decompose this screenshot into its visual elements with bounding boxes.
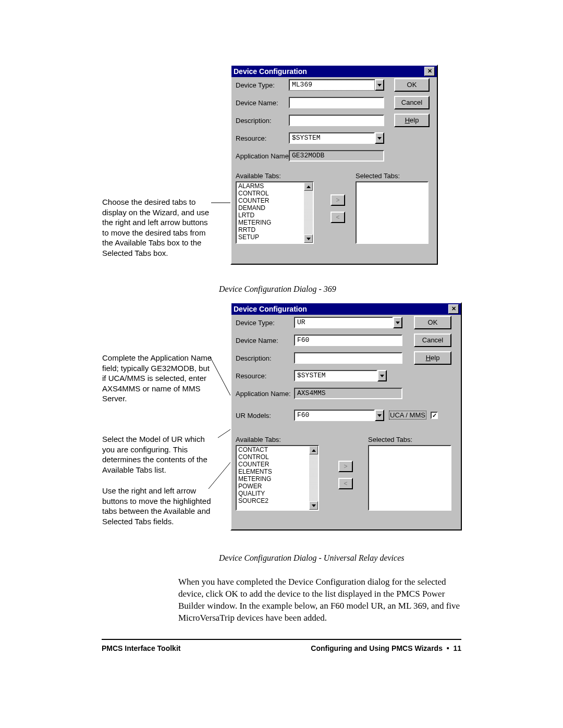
footer-section: Configuring and Using PMCS Wizards [311,644,443,652]
device-config-dialog-369: Device Configuration ✕ Device Type: Devi… [230,65,438,265]
label-device-type: Device Type: [236,81,275,89]
scroll-track[interactable] [304,191,313,235]
available-tabs-list[interactable]: ALARMS CONTROL COUNTER DEMAND LRTD METER… [236,181,314,244]
list-item[interactable]: ELEMENTS [237,468,318,475]
label-uca-mms: UCA / MMS [389,411,426,419]
ur-models-dropdown-icon[interactable] [375,410,384,421]
description-input[interactable] [289,115,384,126]
ur-models-select[interactable]: F60 [294,410,375,421]
footer-page-number: 11 [453,644,461,652]
available-tabs-list[interactable]: CONTACT CONTROL COUNTER ELEMENTS METERIN… [236,445,319,511]
list-item[interactable]: SOURCE2 [237,497,318,504]
move-right-button[interactable]: > [338,461,353,472]
list-item[interactable]: SETUP [237,233,313,241]
close-icon[interactable]: ✕ [424,67,435,76]
annotation-app-name: Complete the Application Name field; typ… [102,353,214,404]
scroll-down-icon[interactable] [304,235,313,243]
application-name-input[interactable]: GE32MODB [289,150,384,162]
annotation-ur-model: Select the Model of UR which you are con… [102,434,218,475]
label-available-tabs: Available Tabs: [236,172,281,180]
resource-select[interactable]: $SYSTEM [289,132,375,144]
device-type-select[interactable]: UR [294,317,393,328]
label-device-name: Device Name: [236,337,278,344]
list-item[interactable]: LRTD [237,212,313,219]
scroll-track[interactable] [309,454,318,501]
svg-line-3 [209,459,234,489]
footer-left: PMCS Interface Toolkit [102,644,180,652]
device-type-dropdown-icon[interactable] [393,317,402,328]
list-item[interactable]: COUNTER [237,461,318,468]
label-available-tabs: Available Tabs: [236,436,281,443]
scroll-up-icon[interactable] [304,182,313,191]
titlebar: Device Configuration ✕ [231,303,461,315]
device-config-dialog-ur: Device Configuration ✕ Device Type: Devi… [230,302,462,530]
caption-dialog-ur: Device Configuration Dialog - Universal … [219,553,404,563]
label-ur-models: UR Models: [236,412,271,419]
list-item[interactable]: CONTROL [237,453,318,461]
label-application-name: Application Name: [236,152,291,160]
device-name-input[interactable]: F60 [294,335,402,346]
move-right-button[interactable]: > [331,194,345,206]
list-item[interactable]: CONTACT [237,446,318,453]
titlebar: Device Configuration ✕ [231,66,437,77]
help-button[interactable]: Help [394,114,430,127]
label-resource: Resource: [236,372,266,380]
page-footer: PMCS Interface Toolkit Configuring and U… [102,639,461,652]
label-selected-tabs: Selected Tabs: [356,172,400,180]
help-button[interactable]: Help [414,351,451,365]
label-application-name: Application Name: [236,390,291,398]
selected-tabs-list[interactable] [356,181,429,244]
body-paragraph: When you have completed the Device Confi… [178,576,464,624]
dialog-title: Device Configuration [234,66,307,77]
cancel-button[interactable]: Cancel [394,96,430,109]
resource-dropdown-icon[interactable] [377,370,387,381]
label-description: Description: [236,354,272,362]
ok-button[interactable]: OK [394,78,430,92]
application-name-input[interactable]: AXS4MMS [294,388,402,399]
list-item[interactable]: DEMAND [237,204,313,212]
move-left-button[interactable]: < [338,478,353,489]
list-item[interactable]: ALARMS [237,182,313,190]
scroll-down-icon[interactable] [309,501,318,510]
close-icon[interactable]: ✕ [448,304,459,314]
cancel-button[interactable]: Cancel [414,334,451,347]
ok-button[interactable]: OK [414,316,451,329]
selected-tabs-list[interactable] [368,445,451,511]
label-resource: Resource: [236,134,266,142]
footer-bullet: • [447,644,449,652]
device-type-dropdown-icon[interactable] [375,79,384,91]
resource-dropdown-icon[interactable] [375,132,384,144]
uca-mms-checkbox[interactable]: ✓ [431,412,438,419]
annotation-choose-tabs: Choose the desired tabs to display on th… [102,197,212,258]
list-item[interactable]: METERING [237,219,313,226]
list-item[interactable]: QUALITY [237,490,318,497]
move-left-button[interactable]: < [331,212,345,223]
label-selected-tabs: Selected Tabs: [368,436,412,443]
device-name-input[interactable] [289,97,384,108]
list-item[interactable]: CONTROL [237,190,313,197]
device-type-select[interactable]: ML369 [289,79,375,91]
label-description: Description: [236,117,272,125]
list-item[interactable]: METERING [237,475,318,483]
caption-dialog-369: Device Configuration Dialog - 369 [219,285,336,294]
list-item[interactable]: POWER [237,483,318,490]
dialog-title: Device Configuration [234,303,307,315]
description-input[interactable] [294,352,402,364]
label-device-name: Device Name: [236,99,278,107]
resource-select[interactable]: $SYSTEM [294,370,377,381]
label-device-type: Device Type: [236,319,275,327]
list-item[interactable]: COUNTER [237,197,313,204]
list-item[interactable]: RRTD [237,226,313,233]
annotation-arrow-buttons: Use the right and left arrow buttons to … [102,486,212,526]
footer-right: Configuring and Using PMCS Wizards • 11 [311,644,461,652]
scroll-up-icon[interactable] [309,446,318,454]
